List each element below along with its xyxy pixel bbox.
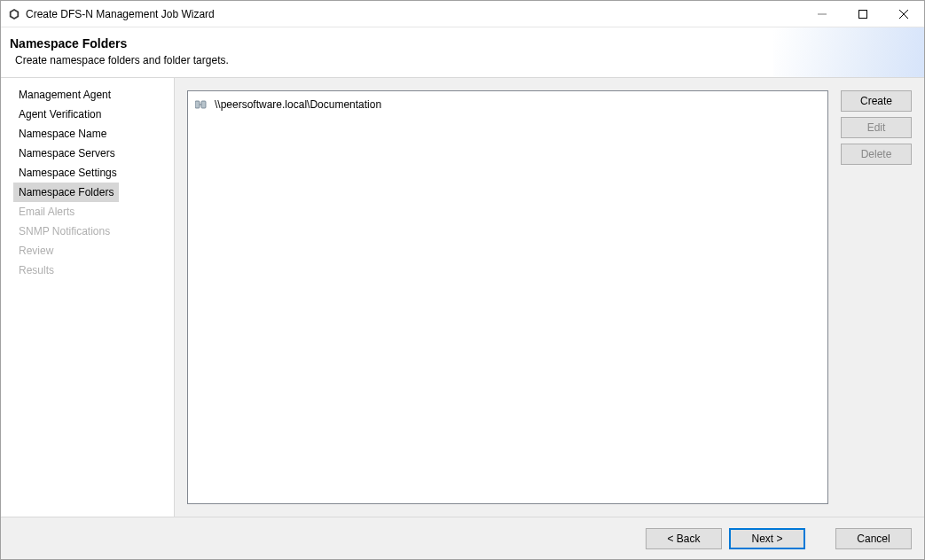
- step-email-alerts: Email Alerts: [1, 202, 174, 222]
- step-management-agent[interactable]: Management Agent: [1, 85, 174, 105]
- step-namespace-name[interactable]: Namespace Name: [1, 124, 174, 144]
- step-review: Review: [1, 241, 174, 261]
- step-namespace-folders-wrap: Namespace Folders: [1, 183, 174, 202]
- header-gradient: [773, 27, 924, 77]
- header-region: Namespace Folders Create namespace folde…: [1, 27, 924, 78]
- step-namespace-servers[interactable]: Namespace Servers: [1, 144, 174, 163]
- svg-rect-6: [195, 101, 200, 108]
- delete-button: Delete: [841, 144, 912, 165]
- step-snmp-notifications: SNMP Notifications: [1, 222, 174, 241]
- step-namespace-folders[interactable]: Namespace Folders: [13, 183, 119, 202]
- window-controls: [802, 1, 924, 27]
- titlebar: Create DFS-N Management Job Wizard: [1, 1, 924, 27]
- page-heading: Namespace Folders: [10, 36, 910, 51]
- step-namespace-settings[interactable]: Namespace Settings: [1, 163, 174, 183]
- wizard-footer: < Back Next > Cancel: [1, 517, 924, 559]
- cancel-button[interactable]: Cancel: [835, 528, 912, 549]
- page-subheading: Create namespace folders and folder targ…: [10, 54, 910, 66]
- svg-rect-3: [859, 10, 867, 18]
- namespace-root-icon: [195, 99, 209, 110]
- action-buttons-column: Create Edit Delete: [841, 90, 912, 504]
- namespace-tree-item[interactable]: \\peersoftware.local\Documentation: [195, 97, 820, 113]
- window-title: Create DFS-N Management Job Wizard: [26, 8, 215, 20]
- edit-button: Edit: [841, 117, 912, 138]
- back-button[interactable]: < Back: [646, 528, 722, 549]
- minimize-button[interactable]: [802, 1, 843, 27]
- step-results: Results: [1, 261, 174, 280]
- namespace-tree-panel[interactable]: \\peersoftware.local\Documentation: [187, 90, 828, 504]
- app-icon: [8, 8, 20, 20]
- wizard-window: Create DFS-N Management Job Wizard Names…: [0, 0, 925, 560]
- main-area: \\peersoftware.local\Documentation Creat…: [175, 78, 924, 517]
- namespace-tree-item-label: \\peersoftware.local\Documentation: [215, 98, 381, 111]
- wizard-steps-sidebar: Management Agent Agent Verification Name…: [1, 78, 175, 517]
- step-agent-verification[interactable]: Agent Verification: [1, 105, 174, 124]
- next-button[interactable]: Next >: [729, 528, 805, 549]
- close-button[interactable]: [883, 1, 924, 27]
- maximize-button[interactable]: [843, 1, 883, 27]
- svg-rect-7: [201, 101, 206, 108]
- create-button[interactable]: Create: [841, 90, 912, 112]
- body-region: Management Agent Agent Verification Name…: [1, 78, 924, 517]
